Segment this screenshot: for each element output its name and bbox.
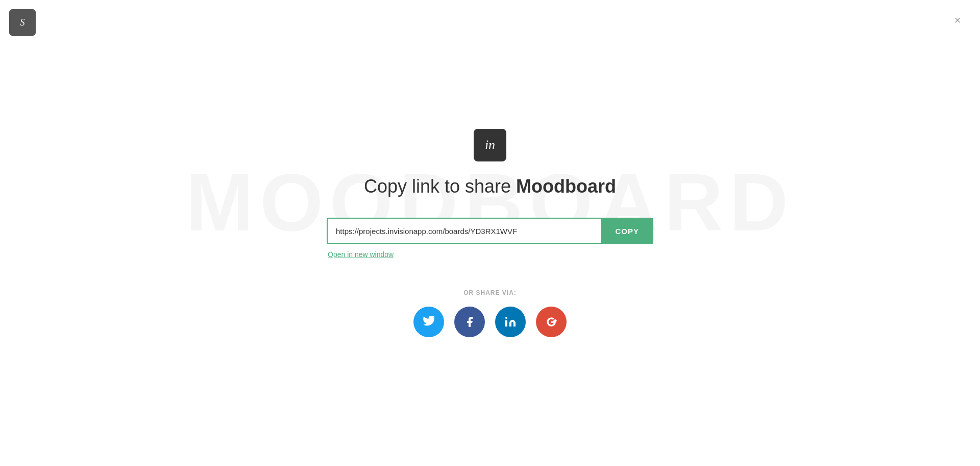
or-share-label: OR SHARE VIA:: [463, 289, 517, 296]
invision-logo-icon: in: [474, 129, 506, 161]
logo-area: in: [474, 129, 506, 161]
headline-prefix: Copy link to share: [364, 176, 516, 197]
close-button[interactable]: ×: [949, 12, 966, 29]
twitter-share-button[interactable]: [413, 307, 444, 337]
googleplus-icon: [545, 315, 558, 329]
url-row: COPY: [327, 218, 653, 244]
app-logo-corner: S: [9, 9, 36, 36]
headline: Copy link to share Moodboard: [364, 176, 616, 197]
content-area: in Copy link to share Moodboard COPY Ope…: [327, 129, 653, 337]
googleplus-share-button[interactable]: [536, 307, 567, 337]
svg-point-0: [505, 317, 507, 319]
or-share-section: OR SHARE VIA:: [413, 289, 567, 337]
open-in-new-window-link[interactable]: Open in new window: [328, 250, 394, 259]
linkedin-share-button[interactable]: [495, 307, 526, 337]
facebook-icon: [463, 316, 476, 328]
url-input[interactable]: [327, 218, 601, 244]
copy-button[interactable]: COPY: [601, 218, 653, 244]
linkedin-icon: [504, 316, 517, 328]
corner-logo-text: S: [20, 17, 25, 28]
social-icons-row: [413, 307, 567, 337]
twitter-icon: [422, 315, 435, 329]
headline-bold: Moodboard: [516, 176, 616, 197]
page-wrapper: MOODBOARD S × in Copy link to share Mood…: [0, 0, 980, 466]
facebook-share-button[interactable]: [454, 307, 485, 337]
logo-text: in: [485, 137, 495, 153]
